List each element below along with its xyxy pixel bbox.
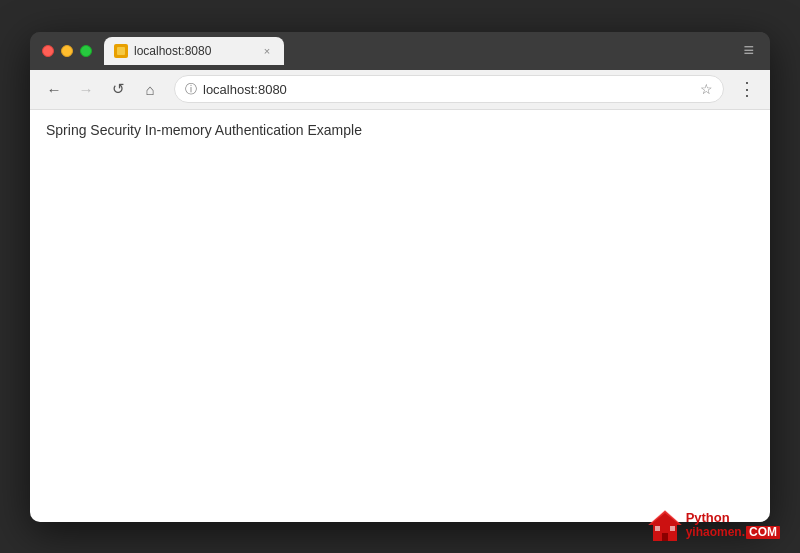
watermark-python-label: Python <box>686 511 730 525</box>
tab-title: localhost:8080 <box>134 44 254 58</box>
close-button[interactable] <box>42 45 54 57</box>
watermark: Python yihaomen. COM <box>647 507 780 543</box>
maximize-button[interactable] <box>80 45 92 57</box>
active-tab[interactable]: localhost:8080 × <box>104 37 284 65</box>
home-button[interactable]: ⌂ <box>136 75 164 103</box>
watermark-site-label: yihaomen. <box>686 526 745 539</box>
watermark-house-icon <box>647 507 683 543</box>
svg-marker-1 <box>649 511 681 525</box>
tab-favicon-icon <box>114 44 128 58</box>
back-button[interactable]: ← <box>40 75 68 103</box>
page-content: Spring Security In-memory Authentication… <box>30 110 770 522</box>
bookmark-star-icon[interactable]: ☆ <box>700 81 713 97</box>
address-info-icon: ⓘ <box>185 81 197 98</box>
watermark-bottom-row: yihaomen. COM <box>686 526 780 539</box>
svg-rect-5 <box>655 526 660 531</box>
forward-button[interactable]: → <box>72 75 100 103</box>
page-heading: Spring Security In-memory Authentication… <box>46 122 754 138</box>
traffic-lights <box>42 45 92 57</box>
address-bar[interactable]: ⓘ localhost:8080 ☆ <box>174 75 724 103</box>
title-bar: localhost:8080 × ≡ <box>30 32 770 70</box>
watermark-com-label: COM <box>746 526 780 539</box>
tab-close-button[interactable]: × <box>260 44 274 58</box>
svg-rect-4 <box>662 533 668 541</box>
browser-window: localhost:8080 × ≡ ← → ↺ ⌂ ⓘ localhost:8… <box>30 32 770 522</box>
address-text: localhost:8080 <box>203 82 694 97</box>
tab-area: localhost:8080 × <box>104 32 739 70</box>
minimize-button[interactable] <box>61 45 73 57</box>
watermark-texts: Python yihaomen. COM <box>686 511 780 538</box>
browser-menu-icon[interactable]: ≡ <box>739 36 758 65</box>
nav-menu-icon[interactable]: ⋮ <box>734 74 760 104</box>
refresh-button[interactable]: ↺ <box>104 75 132 103</box>
nav-bar: ← → ↺ ⌂ ⓘ localhost:8080 ☆ ⋮ <box>30 70 770 110</box>
svg-rect-6 <box>670 526 675 531</box>
